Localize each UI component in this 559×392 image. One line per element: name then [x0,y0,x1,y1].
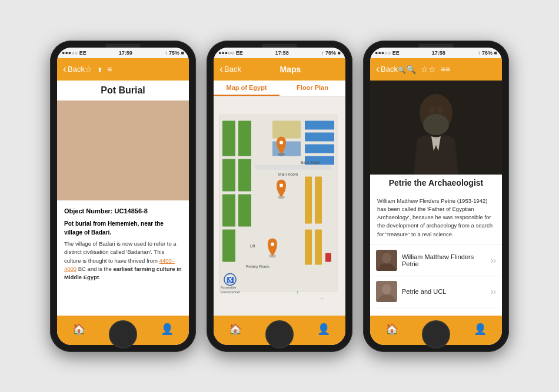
back-label-3: Back [381,65,398,73]
list-chevron-ucl: › [491,287,496,296]
svg-rect-29 [315,229,322,264]
status-bar-2: ●●●○○ EE 17:58 ↑ 76% ■ [214,48,345,58]
tab-home-1[interactable]: 🏠 [72,323,85,336]
tab-person-2[interactable]: 👤 [317,323,330,336]
svg-rect-28 [305,229,312,264]
time-2: 17:58 [275,50,289,56]
back-button-1[interactable]: Back [63,63,85,75]
svg-rect-30 [325,253,331,262]
svg-rect-19 [305,120,334,129]
carrier-3: ●●●○○ EE [375,50,400,56]
time-1: 17:59 [119,50,132,56]
map-tab-floor[interactable]: Floor Plan [280,81,345,96]
list-item-petrie[interactable]: William Matthew Flinders Petrie › [370,245,502,276]
description-title: Pot burial from Hememieh, near the villa… [64,219,182,237]
svg-rect-26 [305,176,312,223]
tab-home-3[interactable]: 🏠 [385,323,398,336]
battery-1: ↑ 75% ■ [165,50,184,56]
back-button-3[interactable]: Back [376,63,398,75]
phone-3: ●●●○○ EE 17:58 ↑ 76% ■ Back 🔍 ☆ ≡ [363,41,509,352]
list-label-ucl: Petrie and UCL [402,288,486,295]
svg-text:Entrance/Exit: Entrance/Exit [221,290,240,293]
tab-location-2[interactable]: ◎ [272,320,287,338]
object-number: Object Number: UC14856-8 [64,206,182,216]
svg-text:Main Room: Main Room [278,172,298,176]
svg-text:→: → [318,294,324,301]
phones-container: ●●●○○ EE 17:59 ↑ 75% ■ Back Pot Burial [38,29,521,364]
tab-bar-2: 🏠 ◎ 👤 [214,316,345,345]
svg-text:Pottery Room: Pottery Room [246,264,269,269]
svg-rect-27 [315,176,322,223]
petrie-description: William Matthew Flinders Petrie (1953-19… [370,191,502,245]
carrier-1: ●●●○○ EE [62,50,86,56]
map-tabs: Map of Egypt Floor Plan [214,81,345,96]
nav-title-2: Maps [241,65,340,74]
svg-point-34 [280,140,283,144]
battery-2: ↑ 76% ■ [321,50,341,56]
period: . [99,274,101,280]
list-thumb-petrie [376,250,397,271]
nav-icons-1 [85,65,112,74]
search-icon-3[interactable]: 🔍 [398,65,416,74]
battery-3: ↑ 76% ■ [478,50,497,56]
tab-bar-3: 🏠 ◎ 👤 [370,316,502,345]
star-icon-3[interactable]: ☆ [421,65,436,74]
back-chevron-3 [376,63,380,75]
back-label-1: Back [68,65,85,73]
svg-rect-12 [222,120,235,156]
menu-icon-1[interactable] [107,65,112,74]
tab-bar-1: 🏠 ◎ 👤 [57,316,189,345]
nav-bar-3: Back 🔍 ☆ ≡ [370,58,502,81]
svg-rect-23 [272,120,301,138]
svg-rect-17 [238,159,251,191]
svg-rect-15 [222,229,235,262]
phone-2: ●●●○○ EE 17:58 ↑ 76% ■ Back Maps Map of … [207,41,352,352]
tab-person-3[interactable]: 👤 [474,323,487,336]
menu-icon-3[interactable]: ≡ [441,65,450,74]
svg-point-38 [271,242,274,246]
carrier-2: ●●●○○ EE [218,50,243,56]
description-text: The village of Badari is now used to ref… [64,240,182,282]
desc-cont: BC and is the [76,266,113,272]
nav-bar-1: Back [57,58,189,81]
content-1: UC14857 Object Number: UC14856-8 Pot bur… [57,100,189,316]
svg-text:Lift: Lift [250,243,255,247]
status-bar-3: ●●●○○ EE 17:58 ↑ 76% ■ [370,48,502,58]
svg-text:↑: ↑ [296,289,299,295]
svg-rect-20 [305,132,334,141]
floor-plan-svg: ♿ [214,96,345,316]
svg-rect-25 [255,165,331,169]
share-icon-1[interactable] [97,65,102,74]
floor-plan-content: ♿ [214,96,345,316]
svg-text:♿: ♿ [227,276,234,283]
back-button-2[interactable]: Back [219,63,241,75]
star-icon-1[interactable] [85,65,92,74]
svg-point-54 [382,253,391,263]
pot-image: UC14857 [57,100,189,200]
page-title-1: Pot Burial [57,81,189,100]
svg-text:Accessible: Accessible [221,285,236,289]
svg-rect-16 [238,120,251,156]
svg-point-56 [382,284,391,294]
content-3: Petrie the Archaeologist William Matthew… [370,81,502,316]
phone-1: ●●●○○ EE 17:59 ↑ 75% ■ Back Pot Burial [50,41,196,352]
svg-rect-14 [222,194,235,226]
svg-rect-13 [222,159,235,191]
list-item-ucl[interactable]: Petrie and UCL › [370,276,502,307]
svg-rect-21 [305,144,334,153]
pot-text-content: Object Number: UC14856-8 Pot burial from… [57,200,189,316]
time-3: 17:58 [432,50,445,56]
tab-home-2[interactable]: 🏠 [229,323,242,336]
map-tab-egypt[interactable]: Map of Egypt [214,81,280,96]
back-chevron-1 [63,63,66,75]
tab-location-3[interactable]: ◎ [429,320,443,338]
nav-icons-3: 🔍 ☆ ≡ [398,65,450,74]
tab-location-1[interactable]: ◎ [116,320,130,338]
list-thumb-ucl [376,281,397,302]
status-bar-1: ●●●○○ EE 17:59 ↑ 75% ■ [57,48,189,58]
page-title-3: Petrie the Archaeologist [370,175,502,191]
tab-person-1[interactable]: 👤 [161,323,174,336]
back-label-2: Back [224,65,241,73]
svg-rect-52 [370,81,502,175]
list-chevron-petrie: › [491,256,496,265]
